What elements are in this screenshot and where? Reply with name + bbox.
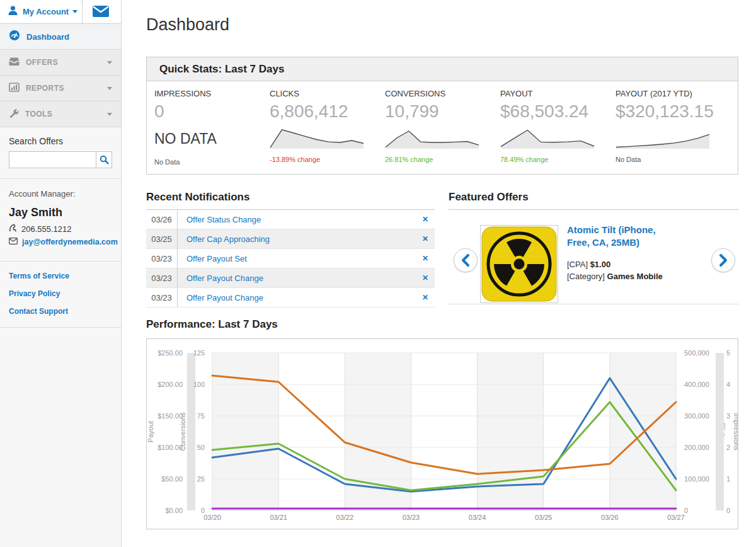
series-clicks	[212, 378, 676, 492]
close-icon[interactable]: ✕	[422, 293, 428, 302]
chevron-left-icon	[460, 253, 471, 268]
notification-date: 03/23	[146, 249, 178, 268]
legal-link-terms-of-service[interactable]: Terms of Service	[9, 272, 112, 280]
sidebar-nav: DashboardOFFERSREPORTSTOOLS	[0, 24, 121, 127]
svg-text:500,000: 500,000	[684, 349, 709, 357]
my-account-button[interactable]: My Account	[23, 7, 69, 16]
notification-date: 03/23	[146, 288, 178, 308]
close-icon[interactable]: ✕	[422, 274, 428, 282]
svg-text:200,000: 200,000	[684, 444, 709, 451]
svg-text:3: 3	[726, 412, 730, 420]
stat-label: PAYOUT	[500, 89, 616, 98]
tools-icon	[9, 108, 19, 120]
page-title: Dashboard	[146, 15, 229, 35]
legal-link-contact-support[interactable]: Contact Support	[9, 307, 112, 316]
stat-change: 78.49% change	[500, 156, 616, 163]
search-offers-section: Search Offers	[0, 127, 121, 179]
featured-offers-section: Featured Offers Atomic Tilt (	[449, 191, 739, 304]
search-button[interactable]	[96, 151, 112, 168]
sidebar: My Account DashboardOFFERSREPORTSTOOLS S…	[0, 0, 122, 547]
notification-link[interactable]: Offer Status Change	[186, 215, 261, 224]
offer-meta: [CPA] $1.00 [Category] Games Mobile	[567, 258, 668, 283]
notification-link[interactable]: Offer Cap Approaching	[186, 234, 270, 244]
close-icon[interactable]: ✕	[422, 234, 428, 243]
stat-label: CLICKS	[270, 89, 385, 98]
legal-links-section: Terms of ServicePrivacy PolicyContact Su…	[0, 262, 121, 328]
close-icon[interactable]: ✕	[422, 254, 428, 263]
gauge-icon	[9, 30, 20, 43]
notification-link[interactable]: Offer Payout Change	[186, 274, 263, 283]
series-payout	[212, 402, 676, 490]
legal-link-privacy-policy[interactable]: Privacy Policy	[9, 289, 112, 298]
chevron-down-icon	[107, 113, 112, 116]
sidebar-item-tools[interactable]: TOOLS	[0, 101, 121, 127]
svg-text:5: 5	[726, 349, 730, 357]
svg-text:03/25: 03/25	[535, 514, 553, 521]
sparkline-chart	[616, 127, 710, 149]
svg-text:50: 50	[197, 444, 205, 451]
svg-text:25: 25	[197, 475, 205, 483]
stat-value: 0	[154, 101, 270, 122]
offer-image[interactable]	[480, 225, 558, 303]
svg-text:03/26: 03/26	[601, 514, 619, 521]
recent-notifications-section: Recent Notifications 03/26Offer Status C…	[146, 191, 435, 308]
sidebar-item-label: Dashboard	[26, 32, 69, 42]
stat-change: No Data	[616, 156, 731, 163]
svg-text:Impressions: Impressions	[733, 413, 738, 451]
notification-row: 03/23Offer Payout Change✕	[146, 268, 435, 288]
close-icon[interactable]: ✕	[422, 215, 428, 224]
svg-text:03/23: 03/23	[403, 514, 420, 521]
svg-text:4: 4	[726, 381, 730, 388]
sparkline-chart	[270, 127, 364, 149]
recent-notifications-title: Recent Notifications	[146, 191, 435, 210]
stat-label: CONVERSIONS	[385, 89, 500, 98]
svg-text:$200.00: $200.00	[158, 381, 183, 388]
stat-change: -13.89% change	[270, 156, 385, 163]
quick-stats-title: Quick Stats: Last 7 Days	[147, 57, 738, 81]
carousel-next-button[interactable]	[711, 248, 735, 272]
featured-offers-carousel: Atomic Tilt (iPhone, Free, CA, 25MB) [CP…	[449, 210, 739, 304]
sidebar-item-reports[interactable]: REPORTS	[0, 76, 121, 101]
stat-conversions: CONVERSIONS10,79926.81% change	[385, 89, 500, 166]
svg-text:Payout: Payout	[147, 421, 154, 442]
svg-text:$250.00: $250.00	[158, 349, 183, 357]
divider	[82, 0, 83, 24]
svg-text:100: 100	[193, 381, 205, 388]
svg-text:03/27: 03/27	[667, 514, 685, 521]
performance-chart: PayoutConversionsClicksImpressions$250.0…	[147, 339, 738, 529]
notification-link[interactable]: Offer Payout Change	[186, 293, 263, 302]
notification-date: 03/26	[146, 210, 178, 229]
svg-text:0: 0	[726, 507, 730, 514]
phone-icon	[9, 224, 17, 234]
mail-button[interactable]	[92, 4, 112, 20]
radiation-icon	[481, 226, 557, 302]
stat-payout-2017-ytd-: PAYOUT (2017 YTD)$320,123.15No Data	[616, 89, 731, 166]
notification-date: 03/25	[146, 229, 178, 249]
svg-text:$150.00: $150.00	[158, 412, 183, 420]
svg-text:03/22: 03/22	[336, 514, 354, 521]
account-manager-email-link[interactable]: jay@offerdynemedia.com	[22, 238, 118, 246]
sidebar-item-label: REPORTS	[26, 84, 64, 93]
stat-label: PAYOUT (2017 YTD)	[616, 89, 731, 98]
carousel-prev-button[interactable]	[454, 248, 478, 272]
notification-link[interactable]: Offer Payout Set	[186, 254, 247, 263]
stat-value: $68,503.24	[500, 101, 616, 122]
offer-title-link[interactable]: Atomic Tilt (iPhone, Free, CA, 25MB)	[567, 224, 679, 250]
sparkline-chart	[385, 127, 479, 149]
stat-no-data: NO DATA	[154, 130, 270, 147]
search-offers-input[interactable]	[9, 151, 96, 168]
notification-date: 03/23	[146, 268, 178, 288]
stat-change: 26.81% change	[385, 156, 500, 163]
offer-details: Atomic Tilt (iPhone, Free, CA, 25MB) [CP…	[567, 224, 679, 283]
notification-row: 03/25Offer Cap Approaching✕	[146, 229, 435, 249]
notification-row: 03/26Offer Status Change✕	[146, 210, 435, 229]
quick-stats-panel: Quick Stats: Last 7 Days IMPRESSIONS0NO …	[146, 57, 738, 175]
svg-text:300,000: 300,000	[684, 412, 709, 420]
stat-value: 6,806,412	[270, 101, 385, 122]
stat-payout: PAYOUT$68,503.2478.49% change	[500, 89, 616, 166]
sidebar-item-offers[interactable]: OFFERS	[0, 50, 121, 76]
sidebar-item-dashboard[interactable]: Dashboard	[0, 24, 121, 50]
svg-text:125: 125	[193, 349, 205, 357]
offer-category-label: [Category]	[567, 272, 605, 281]
chevron-down-icon	[107, 87, 112, 90]
